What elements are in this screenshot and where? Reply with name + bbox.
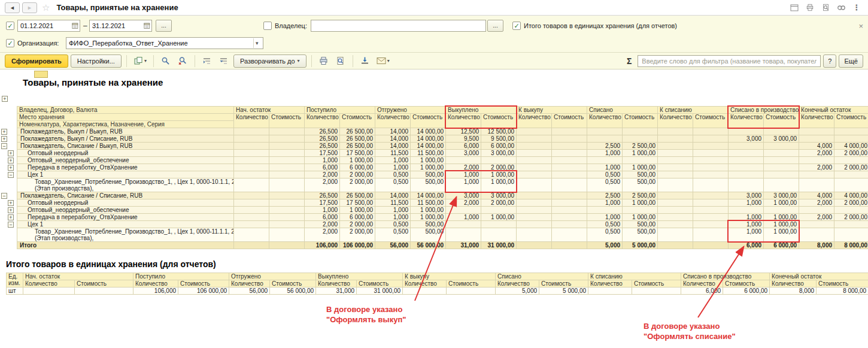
table-cell[interactable]: 26,500 <box>305 143 340 150</box>
table-cell[interactable] <box>658 214 693 221</box>
table-cell[interactable] <box>234 150 269 157</box>
table-cell[interactable] <box>481 228 517 242</box>
period-to-field[interactable] <box>89 20 152 32</box>
table-cell[interactable]: 500,00 <box>623 228 658 242</box>
table-cell[interactable] <box>269 171 305 178</box>
preview-title-icon[interactable] <box>819 2 832 13</box>
report-variants-button[interactable]: ▾ <box>132 55 148 68</box>
table-cell[interactable]: 17,500 <box>305 199 340 207</box>
owner-checkbox[interactable] <box>263 22 272 30</box>
table-cell[interactable] <box>269 214 305 221</box>
table-cell[interactable] <box>234 207 269 214</box>
column-subheader[interactable]: Количество <box>588 280 632 288</box>
print-title-icon[interactable] <box>803 2 817 13</box>
table-cell[interactable]: 500,00 <box>623 171 658 178</box>
table-row[interactable]: Оптовый_неордерный_обеспечение1,0001 000… <box>17 157 868 164</box>
table-cell[interactable] <box>658 150 693 157</box>
table-cell[interactable] <box>552 242 587 249</box>
table-cell[interactable] <box>799 157 834 164</box>
menu-dots-icon[interactable]: ⋮ <box>850 2 863 13</box>
table-cell[interactable] <box>552 135 587 143</box>
table-cell[interactable]: 6 000,00 <box>764 242 799 249</box>
table-cell[interactable]: 1,000 <box>587 150 623 157</box>
table-cell[interactable]: 1 000,00 <box>623 150 658 157</box>
table-cell[interactable]: 14,000 <box>375 143 411 150</box>
column-subheader[interactable]: Количество <box>403 280 447 288</box>
calendar-icon[interactable] <box>72 22 78 29</box>
settings-button[interactable]: Настройки... <box>71 55 122 68</box>
table-cell[interactable] <box>693 214 729 221</box>
table-cell[interactable] <box>552 221 587 228</box>
table-cell[interactable]: 1 000,00 <box>481 214 517 221</box>
row-label-cell[interactable]: Цех 1 <box>17 171 234 178</box>
table-cell[interactable] <box>552 192 587 199</box>
column-group-header[interactable]: Конечный остаток <box>770 273 868 280</box>
table-cell[interactable]: 1 000,00 <box>411 214 446 221</box>
table-cell[interactable]: 1,000 <box>729 199 764 207</box>
row-label-cell[interactable]: Поклажедатель, Списание / Списание, RUB <box>17 192 234 199</box>
table-cell[interactable]: 26,500 <box>305 192 340 199</box>
table-cell[interactable] <box>764 171 799 178</box>
table-cell[interactable] <box>693 143 729 150</box>
table-cell[interactable]: 14,000 <box>375 135 411 143</box>
table-cell[interactable] <box>799 221 834 228</box>
table-cell[interactable]: 1 000,00 <box>764 221 799 228</box>
table-cell[interactable] <box>693 199 729 207</box>
owner-select-button[interactable]: ... <box>487 20 503 32</box>
table-row[interactable]: Поклажедатель, Списание / Списание, RUB2… <box>17 192 868 199</box>
table-cell[interactable] <box>693 228 729 242</box>
table-cell[interactable]: 1,000 <box>375 164 411 171</box>
table-row[interactable]: Итого106,000106 000,0056,00056 000,0031,… <box>17 242 868 249</box>
table-cell[interactable]: 0,500 <box>587 221 623 228</box>
table-cell[interactable]: 0,500 <box>375 228 411 242</box>
table-cell[interactable]: 2,000 <box>799 199 834 207</box>
table-cell[interactable]: 31 000,00 <box>481 242 517 249</box>
print-preview-button[interactable] <box>333 55 348 68</box>
row-label-cell[interactable]: Оптовый_неордерный_обеспечение <box>17 157 234 164</box>
table-cell[interactable]: 12 500,00 <box>481 128 517 135</box>
table-cell[interactable] <box>517 214 552 221</box>
column-subheader[interactable]: Стоимость <box>75 280 133 288</box>
table-cell[interactable] <box>693 192 729 199</box>
table-cell[interactable]: 2 000,00 <box>834 199 868 207</box>
table-cell[interactable] <box>623 128 658 135</box>
table-cell[interactable]: 2,000 <box>305 228 340 242</box>
table-cell[interactable] <box>403 288 447 295</box>
table-cell[interactable]: 4 000,00 <box>834 192 868 199</box>
column-subheader[interactable]: Стоимость <box>764 114 799 128</box>
table-cell[interactable]: 26 500,00 <box>340 135 375 143</box>
table-cell[interactable] <box>834 128 868 135</box>
table-cell[interactable]: 17 500,00 <box>340 150 375 157</box>
column-subheader[interactable]: Количество <box>229 280 270 288</box>
table-cell[interactable]: 14,000 <box>375 128 411 135</box>
table-cell[interactable]: 6 000,00 <box>340 214 375 221</box>
table-cell[interactable]: 2,000 <box>305 178 340 192</box>
table-cell[interactable]: 1 000,00 <box>340 157 375 164</box>
table-cell[interactable]: 3 000,00 <box>764 192 799 199</box>
column-subheader[interactable]: Количество <box>770 280 817 288</box>
table-cell[interactable] <box>269 178 305 192</box>
print-button[interactable] <box>317 55 331 68</box>
save-button[interactable] <box>358 55 372 68</box>
table-cell[interactable] <box>834 171 868 178</box>
table-cell[interactable]: 2,500 <box>587 192 623 199</box>
column-subheader[interactable]: Количество <box>446 114 481 128</box>
expand-to-button[interactable]: Разворачивать до ▾ <box>233 55 306 68</box>
table-cell[interactable] <box>588 288 632 295</box>
table-cell[interactable] <box>552 143 587 150</box>
table-cell[interactable] <box>481 207 517 214</box>
table-cell[interactable] <box>764 157 799 164</box>
table-cell[interactable] <box>693 150 729 157</box>
table-cell[interactable]: 500,00 <box>411 228 446 242</box>
table-cell[interactable] <box>658 192 693 199</box>
column-group-header[interactable]: Списано <box>587 107 658 114</box>
table-cell[interactable] <box>658 164 693 171</box>
expand-plus-marker[interactable]: + <box>8 200 14 206</box>
table-cell[interactable]: 500,00 <box>623 178 658 192</box>
more-button[interactable]: Ещё <box>839 55 863 68</box>
column-group-header[interactable]: Списано в производство <box>681 273 770 280</box>
column-group-header[interactable]: Отгружено <box>229 273 316 280</box>
table-row[interactable]: Поклажедатель, Выкуп / Списание, RUB26,5… <box>17 135 868 143</box>
table-cell[interactable]: 106,000 <box>305 242 340 249</box>
column-group-header[interactable]: К списанию <box>658 107 729 114</box>
